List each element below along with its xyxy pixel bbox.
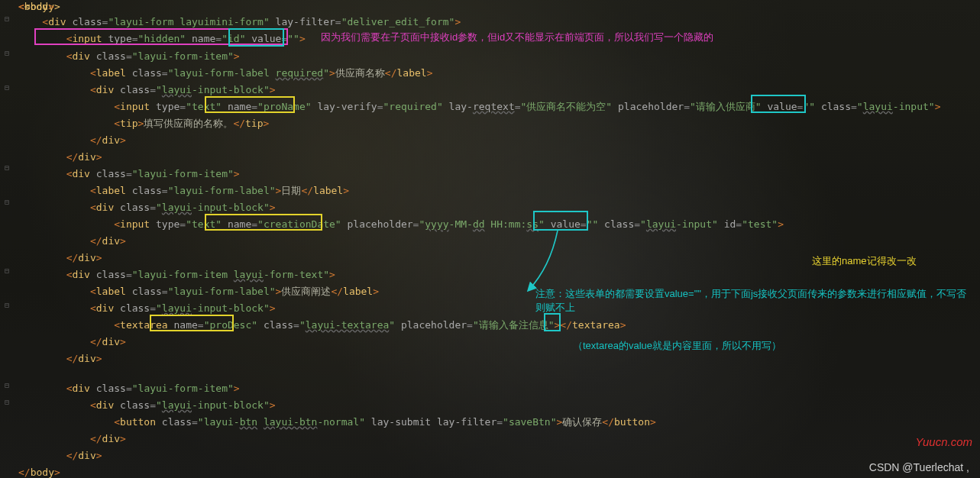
fold-icon[interactable]: ⊟ bbox=[5, 302, 9, 309]
annotation-hidden-explain: 因为我们需要在子页面中接收id参数，但id又不能显示在前端页面，所以我们写一个隐… bbox=[321, 31, 825, 44]
annotation-name-reminder: 这里的name记得改一改 bbox=[812, 254, 917, 268]
fold-icon[interactable]: ⊟ bbox=[5, 84, 9, 92]
watermark-site: Yuucn.com bbox=[916, 435, 972, 449]
fold-icon[interactable]: ⊟ bbox=[5, 382, 9, 389]
annotation-value-explain: 注意：这些表单的都需要设置value=""，用于下面js接收父页面传来的参数来进… bbox=[535, 287, 971, 315]
watermark-csdn: CSDN @Tuerlechat , bbox=[869, 461, 969, 473]
gutter: ⊟ ⊟ ⊟ ⊟ ⊟ ⊟ ⊟ ⊟ ⊟ bbox=[0, 0, 17, 478]
fold-icon[interactable]: ⊟ bbox=[5, 399, 9, 406]
fold-icon[interactable]: ⊟ bbox=[5, 164, 9, 172]
fold-icon[interactable]: ⊟ bbox=[5, 50, 9, 57]
code-area[interactable]: <<body> <body> <div class="layui-form la… bbox=[18, 0, 980, 478]
annotation-textarea-note: （textarea的value就是内容里面，所以不用写） bbox=[573, 339, 781, 353]
fold-icon[interactable]: ⊟ bbox=[5, 15, 9, 23]
fold-icon[interactable]: ⊟ bbox=[5, 199, 9, 206]
fold-icon[interactable]: ⊟ bbox=[5, 267, 9, 275]
